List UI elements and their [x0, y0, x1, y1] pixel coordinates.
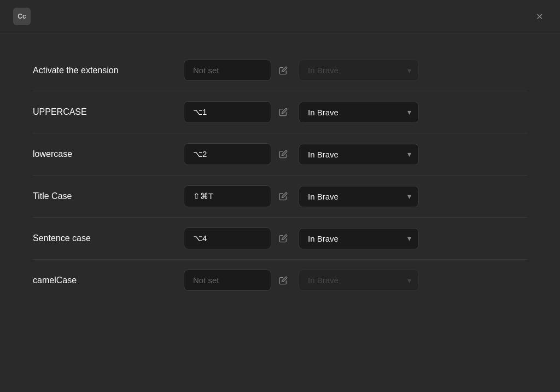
shortcut-input-lowercase[interactable]: ⌥2 — [184, 143, 271, 165]
row-sentencecase: Sentence case⌥4In BraveGlobal — [33, 218, 527, 259]
close-icon: ✕ — [536, 11, 543, 22]
scope-wrapper-camelcase: In BraveGlobal — [299, 270, 419, 291]
edit-icon-activate[interactable] — [277, 64, 290, 77]
scope-wrapper-sentencecase: In BraveGlobal — [299, 228, 419, 249]
row-lowercase: lowercase⌥2In BraveGlobal — [33, 133, 527, 175]
label-titlecase: Title Case — [33, 191, 175, 201]
scope-select-activate: In BraveGlobal — [299, 60, 419, 81]
shortcut-input-titlecase[interactable]: ⇧⌘T — [184, 185, 271, 207]
edit-icon-sentencecase[interactable] — [277, 232, 290, 245]
label-camelcase: camelCase — [33, 276, 175, 285]
edit-icon-uppercase[interactable] — [277, 106, 290, 119]
label-sentencecase: Sentence case — [33, 233, 175, 243]
scope-select-uppercase[interactable]: In BraveGlobal — [299, 102, 419, 123]
row-activate: Activate the extensionNot setIn BraveGlo… — [33, 50, 527, 91]
shortcut-container-sentencecase: ⌥4 — [184, 227, 290, 249]
scope-select-camelcase: In BraveGlobal — [299, 270, 419, 291]
shortcut-container-uppercase: ⌥1 — [184, 101, 290, 123]
scope-wrapper-uppercase: In BraveGlobal — [299, 102, 419, 123]
close-button[interactable]: ✕ — [532, 9, 547, 24]
shortcut-input-camelcase[interactable]: Not set — [184, 270, 271, 291]
scope-wrapper-lowercase: In BraveGlobal — [299, 144, 419, 165]
header: Cc ✕ — [0, 0, 560, 33]
shortcut-container-activate: Not set — [184, 60, 290, 81]
extension-icon: Cc — [13, 8, 31, 25]
scope-select-sentencecase[interactable]: In BraveGlobal — [299, 228, 419, 249]
scope-wrapper-titlecase: In BraveGlobal — [299, 186, 419, 207]
shortcut-input-activate[interactable]: Not set — [184, 60, 271, 81]
shortcut-container-lowercase: ⌥2 — [184, 143, 290, 165]
edit-icon-lowercase[interactable] — [277, 148, 290, 161]
shortcut-container-camelcase: Not set — [184, 270, 290, 291]
scope-select-lowercase[interactable]: In BraveGlobal — [299, 144, 419, 165]
label-activate: Activate the extension — [33, 66, 175, 75]
row-uppercase: UPPERCASE⌥1In BraveGlobal — [33, 91, 527, 133]
label-uppercase: UPPERCASE — [33, 107, 175, 117]
scope-wrapper-activate: In BraveGlobal — [299, 60, 419, 81]
row-camelcase: camelCaseNot setIn BraveGlobal — [33, 260, 527, 301]
shortcut-input-uppercase[interactable]: ⌥1 — [184, 101, 271, 123]
scope-select-titlecase[interactable]: In BraveGlobal — [299, 186, 419, 207]
edit-icon-titlecase[interactable] — [277, 190, 290, 203]
app-container: Cc ✕ Activate the extensionNot setIn Bra… — [0, 0, 560, 317]
label-lowercase: lowercase — [33, 149, 175, 159]
content-area: Activate the extensionNot setIn BraveGlo… — [0, 33, 560, 317]
extension-icon-text: Cc — [18, 13, 26, 20]
shortcut-input-sentencecase[interactable]: ⌥4 — [184, 227, 271, 249]
edit-icon-camelcase[interactable] — [277, 274, 290, 287]
shortcut-container-titlecase: ⇧⌘T — [184, 185, 290, 207]
row-titlecase: Title Case⇧⌘TIn BraveGlobal — [33, 175, 527, 217]
